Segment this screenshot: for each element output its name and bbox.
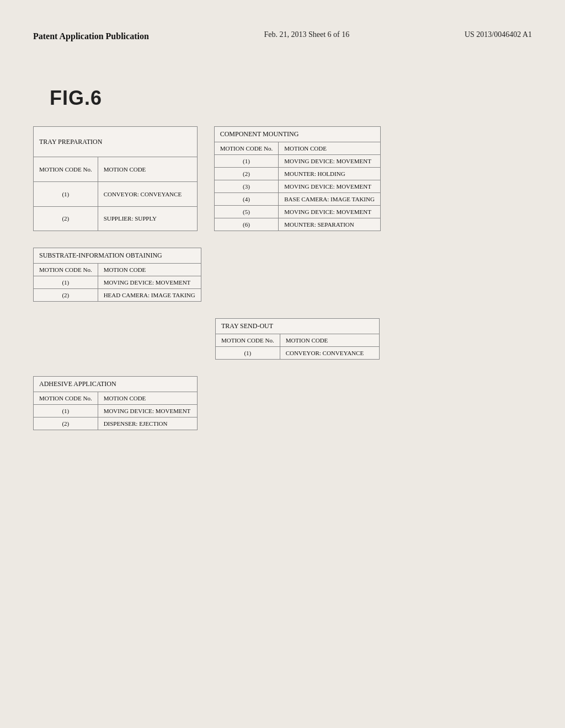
tray-preparation-row-2-code: SUPPLIER: SUPPLY — [98, 206, 197, 231]
substrate-info-col-header: MOTION CODE No. MOTION CODE — [34, 264, 201, 276]
substrate-info-header-row: SUBSTRATE-INFORMATION OBTAINING — [34, 248, 201, 264]
publication-date-sheet: Feb. 21, 2013 Sheet 6 of 16 — [264, 30, 349, 39]
substrate-info-row-1-num: (1) — [34, 276, 98, 289]
component-mounting-table: COMPONENT MOUNTING MOTION CODE No. MOTIO… — [214, 126, 381, 231]
component-mounting-row-3-code: MOVING DEVICE: MOVEMENT — [279, 180, 381, 193]
tray-send-out-title: TRAY SEND-OUT — [216, 319, 380, 334]
substrate-info-col1-header: MOTION CODE No. — [34, 264, 98, 276]
tray-preparation-col2-header: MOTION CODE — [98, 157, 197, 181]
adhesive-application-row-2-code: DISPENSER: EJECTION — [98, 417, 197, 430]
tray-preparation-row-1-num: (1) — [34, 181, 98, 206]
adhesive-application-row-1-code: MOVING DEVICE: MOVEMENT — [98, 405, 197, 417]
component-mounting-row-3: (3) MOVING DEVICE: MOVEMENT — [214, 180, 380, 193]
substrate-info-row-2: (2) HEAD CAMERA: IMAGE TAKING — [34, 289, 201, 302]
adhesive-application-table: ADHESIVE APPLICATION MOTION CODE No. MOT… — [33, 376, 198, 430]
component-mounting-row-4-num: (4) — [214, 193, 279, 206]
tray-send-out-row-1: (1) CONVEYOR: CONVEYANCE — [216, 347, 380, 360]
row-group-1: TRAY PREPARATION MOTION CODE No. MOTION … — [33, 126, 532, 231]
figure-title: FIG.6 — [50, 87, 565, 110]
tray-preparation-row-2-num: (2) — [34, 206, 98, 231]
component-mounting-row-1-num: (1) — [214, 155, 279, 168]
substrate-info-row-1-code: MOVING DEVICE: MOVEMENT — [98, 276, 201, 289]
component-mounting-header-row: COMPONENT MOUNTING — [214, 127, 380, 142]
tray-send-out-col-header: MOTION CODE No. MOTION CODE — [216, 334, 380, 347]
component-mounting-row-2-num: (2) — [214, 168, 279, 180]
tray-send-out-row-1-num: (1) — [216, 347, 280, 360]
adhesive-application-col2-header: MOTION CODE — [98, 392, 197, 405]
adhesive-application-header-row: ADHESIVE APPLICATION — [34, 377, 198, 392]
tray-send-out-col2-header: MOTION CODE — [280, 334, 379, 347]
substrate-info-row-2-num: (2) — [34, 289, 98, 302]
component-mounting-title: COMPONENT MOUNTING — [214, 127, 380, 142]
component-mounting-row-4-code: BASE CAMERA: IMAGE TAKING — [279, 193, 381, 206]
component-mounting-row-2-code: MOUNTER: HOLDING — [279, 168, 381, 180]
component-mounting-row-6-num: (6) — [214, 218, 279, 231]
page: Patent Application Publication Feb. 21, … — [0, 0, 565, 728]
tray-preparation-row-2: (2) SUPPLIER: SUPPLY — [34, 206, 198, 231]
adhesive-application-row-1: (1) MOVING DEVICE: MOVEMENT — [34, 405, 198, 417]
component-mounting-row-1: (1) MOVING DEVICE: MOVEMENT — [214, 155, 380, 168]
tray-send-out-table: TRAY SEND-OUT MOTION CODE No. MOTION COD… — [215, 318, 380, 360]
component-mounting-row-5: (5) MOVING DEVICE: MOVEMENT — [214, 206, 380, 218]
component-mounting-row-4: (4) BASE CAMERA: IMAGE TAKING — [214, 193, 380, 206]
adhesive-application-title: ADHESIVE APPLICATION — [34, 377, 198, 392]
tray-preparation-col1-header: MOTION CODE No. — [34, 157, 98, 181]
tray-preparation-row-1: (1) CONVEYOR: CONVEYANCE — [34, 181, 198, 206]
tray-preparation-table: TRAY PREPARATION MOTION CODE No. MOTION … — [33, 126, 198, 231]
substrate-info-table: SUBSTRATE-INFORMATION OBTAINING MOTION C… — [33, 248, 201, 302]
component-mounting-row-3-num: (3) — [214, 180, 279, 193]
tray-send-out-header-row: TRAY SEND-OUT — [216, 319, 380, 334]
row-group-2: SUBSTRATE-INFORMATION OBTAINING MOTION C… — [33, 248, 532, 302]
substrate-info-row-2-code: HEAD CAMERA: IMAGE TAKING — [98, 289, 201, 302]
row-group-3: TRAY SEND-OUT MOTION CODE No. MOTION COD… — [33, 318, 532, 360]
component-mounting-row-6: (6) MOUNTER: SEPARATION — [214, 218, 380, 231]
component-mounting-row-5-num: (5) — [214, 206, 279, 218]
publication-title: Patent Application Publication — [33, 30, 149, 42]
row-group-4: ADHESIVE APPLICATION MOTION CODE No. MOT… — [33, 376, 532, 430]
component-mounting-row-1-code: MOVING DEVICE: MOVEMENT — [279, 155, 381, 168]
tray-preparation-title: TRAY PREPARATION — [34, 127, 198, 157]
tray-send-out-row-1-code: CONVEYOR: CONVEYANCE — [280, 347, 379, 360]
adhesive-application-row-2-num: (2) — [34, 417, 98, 430]
substrate-info-col2-header: MOTION CODE — [98, 264, 201, 276]
adhesive-application-col-header: MOTION CODE No. MOTION CODE — [34, 392, 198, 405]
adhesive-application-row-2: (2) DISPENSER: EJECTION — [34, 417, 198, 430]
component-mounting-row-6-code: MOUNTER: SEPARATION — [279, 218, 381, 231]
component-mounting-row-5-code: MOVING DEVICE: MOVEMENT — [279, 206, 381, 218]
adhesive-application-row-1-num: (1) — [34, 405, 98, 417]
tray-preparation-row-1-code: CONVEYOR: CONVEYANCE — [98, 181, 197, 206]
tables-area: TRAY PREPARATION MOTION CODE No. MOTION … — [0, 126, 565, 447]
tray-preparation-header-row: TRAY PREPARATION — [34, 127, 198, 157]
component-mounting-col1-header: MOTION CODE No. — [214, 142, 279, 155]
tray-preparation-col-header: MOTION CODE No. MOTION CODE — [34, 157, 198, 181]
publication-number: US 2013/0046402 A1 — [465, 30, 532, 39]
substrate-info-row-1: (1) MOVING DEVICE: MOVEMENT — [34, 276, 201, 289]
component-mounting-row-2: (2) MOUNTER: HOLDING — [214, 168, 380, 180]
substrate-info-title: SUBSTRATE-INFORMATION OBTAINING — [34, 248, 201, 264]
component-mounting-col-header: MOTION CODE No. MOTION CODE — [214, 142, 380, 155]
adhesive-application-col1-header: MOTION CODE No. — [34, 392, 98, 405]
component-mounting-col2-header: MOTION CODE — [279, 142, 381, 155]
header: Patent Application Publication Feb. 21, … — [0, 0, 565, 53]
tray-send-out-col1-header: MOTION CODE No. — [216, 334, 280, 347]
